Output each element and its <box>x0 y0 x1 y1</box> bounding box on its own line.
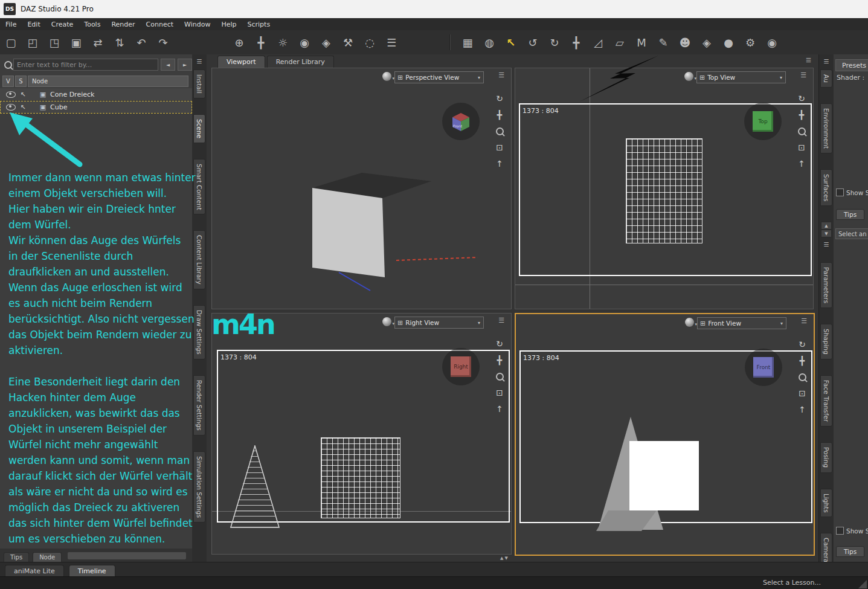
home-icon[interactable]: ↑ <box>796 404 808 416</box>
visibility-eye-icon[interactable] <box>5 91 17 98</box>
joint-editor-icon[interactable]: ◈ <box>698 34 716 51</box>
tab-animate-lite[interactable]: aniMate Lite <box>5 565 64 577</box>
pixel-grid-icon[interactable]: ▦ <box>458 34 477 51</box>
menu-tools[interactable]: Tools <box>79 19 106 30</box>
pan-icon[interactable]: ╋ <box>796 355 808 367</box>
frame-icon[interactable]: ⊡ <box>796 141 808 153</box>
selectable-column-button[interactable]: S <box>15 76 27 87</box>
menu-render[interactable]: Render <box>106 19 140 30</box>
render-camera-icon[interactable]: ◉ <box>763 34 781 51</box>
select-lesson-status[interactable]: Select a Lesson... <box>763 579 821 587</box>
node-selection-cursor-icon[interactable]: ↖ <box>502 34 520 51</box>
horizontal-scrollbar[interactable] <box>68 552 186 559</box>
scene-node-cube[interactable]: Cube <box>0 101 192 114</box>
menu-window[interactable]: Window <box>179 19 216 30</box>
view-selector-dropdown[interactable]: ⊞ Perspective View ▾ <box>394 71 484 83</box>
tab-parameters[interactable]: Parameters <box>820 262 832 308</box>
pane-menu-icon[interactable]: ☰ <box>824 241 829 248</box>
node-column-header[interactable]: Node <box>28 76 188 87</box>
home-icon[interactable]: ↑ <box>493 403 506 415</box>
save-last-icon[interactable]: ⇄ <box>89 34 107 51</box>
frame-icon[interactable]: ⊡ <box>493 141 506 153</box>
open-file-icon[interactable]: ◰ <box>24 34 42 51</box>
view-cube-gizmo[interactable]: Front <box>745 349 782 386</box>
filter-prev-button[interactable]: ◄ <box>161 59 175 71</box>
pane-menu-icon[interactable]: ☰ <box>824 58 829 65</box>
pan-icon[interactable]: ╋ <box>493 354 506 366</box>
home-icon[interactable]: ↑ <box>796 158 808 170</box>
tab-tips-left[interactable]: Tips <box>4 552 29 562</box>
orbit-tool-icon[interactable]: ↺ <box>524 34 542 51</box>
tab-install[interactable]: Install <box>193 69 205 98</box>
visibility-column-button[interactable]: V <box>2 76 14 87</box>
menu-create[interactable]: Create <box>46 19 79 30</box>
view-selector-dropdown[interactable]: ⊞ Top View ▾ <box>696 71 786 83</box>
checkbox[interactable] <box>836 527 844 535</box>
add-figure-icon[interactable]: ⊕ <box>230 34 248 51</box>
view-cube-gizmo[interactable]: Front <box>442 103 480 140</box>
scene-filter-input[interactable] <box>13 59 158 71</box>
pan-icon[interactable]: ╋ <box>493 109 506 121</box>
sphere-tool-icon[interactable]: ● <box>719 34 738 51</box>
settings-gear-icon[interactable]: ⚙ <box>741 34 759 51</box>
splitter-scroll-arrows[interactable]: ▲▼ <box>500 556 509 561</box>
shear-tool-icon[interactable]: ▱ <box>611 34 629 51</box>
menu-file[interactable]: File <box>0 19 22 30</box>
scene-cube-object[interactable] <box>309 168 490 298</box>
translate-tool-icon[interactable]: ╋ <box>567 34 585 51</box>
scene-cube-object[interactable] <box>629 441 699 510</box>
tab-viewport[interactable]: Viewport <box>217 56 265 68</box>
spinner-up-icon[interactable]: ▲ <box>821 222 832 230</box>
view-selector-dropdown[interactable]: ⊞ Right View ▾ <box>394 317 484 329</box>
scene-list-icon[interactable]: ☰ <box>382 34 400 51</box>
scale-tool-icon[interactable]: ◿ <box>589 34 607 51</box>
tab-draw-settings[interactable]: Draw Settings <box>193 305 205 359</box>
tab-surfaces[interactable]: Surfaces <box>820 169 832 206</box>
view-cube-gizmo[interactable]: Top <box>744 103 782 140</box>
pane-menu-icon[interactable]: ☰ <box>800 71 806 79</box>
viewport-front[interactable]: 1373 : 804 ▾ ⊞ Front View ▾ ☰ ↻ ╋ ⊡ ↑ <box>515 313 815 556</box>
brush-tool-icon[interactable]: ✎ <box>654 34 672 51</box>
zoom-icon[interactable] <box>796 371 808 383</box>
pane-menu-icon[interactable]: ☰ <box>197 58 202 65</box>
pan-icon[interactable]: ╋ <box>796 109 808 121</box>
resize-grip[interactable] <box>858 580 867 588</box>
frame-icon[interactable]: ⊡ <box>796 387 808 399</box>
merge-file-icon[interactable]: ◳ <box>45 34 63 51</box>
tab-aux[interactable]: Au <box>820 69 832 88</box>
zoom-icon[interactable] <box>493 370 506 382</box>
viewport-perspective[interactable]: ▾ ⊞ Perspective View ▾ ☰ ↻ ╋ ⊡ ↑ Fr <box>211 68 512 309</box>
view-cube-gizmo[interactable]: Right <box>442 348 480 385</box>
scene-cube-wireframe[interactable] <box>626 138 702 243</box>
undo-icon[interactable]: ↶ <box>132 34 150 51</box>
tab-face-transfer[interactable]: Face Transfer <box>820 375 832 426</box>
menu-scripts[interactable]: Scripts <box>242 19 276 30</box>
tab-timeline[interactable]: Timeline <box>69 565 115 577</box>
redo-icon[interactable]: ↷ <box>154 34 172 51</box>
new-file-icon[interactable]: ▢ <box>2 34 20 51</box>
save-icon[interactable]: ▣ <box>67 34 85 51</box>
tab-environment[interactable]: Environment <box>820 103 832 153</box>
zoom-icon[interactable] <box>493 125 506 137</box>
home-icon[interactable]: ↑ <box>493 158 506 170</box>
tab-smart-content[interactable]: Smart Content <box>193 159 205 215</box>
tab-render-settings[interactable]: Render Settings <box>193 375 205 436</box>
add-bone-icon[interactable]: ⚒ <box>339 34 357 51</box>
checkbox[interactable] <box>836 188 844 196</box>
orbit-icon[interactable]: ↻ <box>493 92 506 105</box>
drawstyle-sphere-icon[interactable]: ▾ <box>382 72 394 81</box>
add-camera-icon[interactable]: ◉ <box>295 34 313 51</box>
frame-icon[interactable]: ⊡ <box>493 387 506 399</box>
tab-render-library[interactable]: Render Library <box>267 56 334 68</box>
viewport-right[interactable]: 1373 : 804 ▾ ⊞ Right View ▾ ☰ ↻ ╋ ⊡ ↑ <box>211 313 512 555</box>
rotate-tool-icon[interactable]: ↻ <box>545 34 564 51</box>
viewport-top[interactable]: 1373 : 804 ▾ ⊞ Top View ▾ ☰ ↻ ╋ ⊡ ↑ Top <box>515 68 814 309</box>
tab-content-library[interactable]: Content Library <box>193 230 205 289</box>
tab-lights[interactable]: Lights <box>820 489 832 518</box>
scene-node-cone[interactable]: Cone Dreieck <box>0 88 192 101</box>
add-light-icon[interactable]: ☼ <box>274 34 292 51</box>
zoom-icon[interactable] <box>796 125 808 137</box>
drawstyle-sphere-icon[interactable]: ▾ <box>685 318 697 327</box>
orbit-icon[interactable]: ↻ <box>796 92 808 105</box>
pane-menu-icon[interactable]: ☰ <box>801 317 807 325</box>
